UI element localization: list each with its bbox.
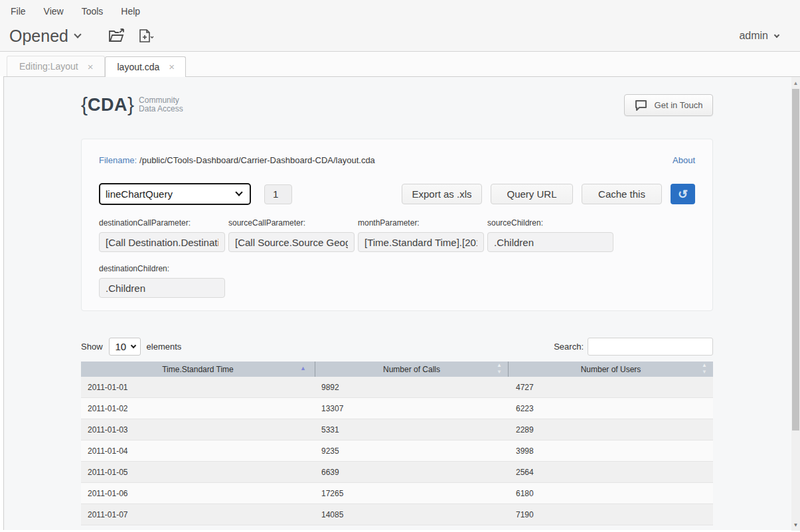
table-cell: 4727 (508, 377, 713, 397)
column-header-calls[interactable]: Number of Calls ▲ ▼ (315, 362, 508, 377)
user-menu[interactable]: admin (739, 30, 779, 42)
search-input[interactable] (588, 338, 713, 356)
table-row: 2011-01-06172656180 (81, 483, 713, 504)
table-row: 2011-01-07140857190 (81, 504, 713, 525)
table-cell: 2011-01-06 (81, 483, 315, 503)
scroll-up-arrow[interactable]: ▲ (791, 78, 800, 88)
table-cell: 6223 (508, 398, 713, 419)
menu-file[interactable]: File (11, 6, 26, 17)
query-url-button[interactable]: Query URL (491, 184, 573, 204)
column-header-time[interactable]: Time.Standard Time ▲ (81, 362, 315, 377)
table-cell: 2011-01-02 (81, 398, 315, 419)
chevron-down-icon (774, 32, 779, 37)
table-cell: 2011-01-05 (81, 462, 315, 482)
file-plus-icon (138, 29, 154, 43)
table-body: 2011-01-01989247272011-01-02133076223201… (81, 377, 713, 525)
get-in-touch-label: Get in Touch (655, 100, 703, 110)
table-row: 2011-01-0566392564 (81, 462, 713, 483)
param-label: destinationCallParameter: (99, 218, 225, 228)
table-row: 2011-01-0492353998 (81, 440, 713, 462)
table-header: Time.Standard Time ▲ Number of Calls ▲ ▼… (81, 362, 713, 377)
logo-subtitle: Community Data Access (139, 96, 183, 113)
table-cell: 7190 (508, 504, 713, 525)
chevron-down-icon (74, 31, 81, 38)
query-panel: Filename: /public/CTools-Dashboard/Carri… (81, 139, 713, 311)
table-row: 2011-01-02133076223 (81, 398, 713, 419)
column-header-users[interactable]: Number of Users ▲ ▼ (508, 362, 713, 377)
table-cell: 9235 (315, 440, 508, 461)
app-header: File View Tools Help Opened (0, 0, 800, 51)
cda-logo: { CDA } Community Data Access (81, 94, 183, 116)
elements-label: elements (147, 342, 182, 352)
search-label: Search: (554, 342, 584, 352)
new-file-button[interactable] (137, 28, 155, 44)
tab-editing-layout[interactable]: Editing:Layout × (7, 56, 105, 76)
scroll-down-arrow[interactable]: ▼ (791, 520, 800, 529)
cache-this-button[interactable]: Cache this (582, 184, 662, 204)
destination-call-parameter-input[interactable] (99, 232, 225, 252)
logo-brace: } (127, 94, 134, 116)
param-label: destinationChildren: (99, 264, 225, 273)
vertical-scrollbar[interactable]: ▲ ▼ (791, 77, 800, 531)
filename-label: Filename: (99, 155, 137, 165)
table-cell: 13307 (315, 398, 508, 419)
menu-tools[interactable]: Tools (82, 6, 104, 17)
table-cell: 2011-01-07 (81, 504, 315, 525)
tab-bar: Editing:Layout × layout.cda × (0, 51, 800, 76)
table-cell: 14085 (315, 504, 508, 525)
tab-label: Editing:Layout (19, 61, 78, 72)
tab-layout-cda[interactable]: layout.cda × (105, 56, 187, 77)
speech-bubble-icon (635, 100, 647, 111)
filename-value: /public/CTools-Dashboard/Carrier-Dashboa… (139, 155, 375, 165)
tab-label: layout.cda (118, 62, 160, 72)
source-children-input[interactable] (487, 232, 613, 252)
destination-children-input[interactable] (99, 278, 225, 298)
scrollbar-thumb[interactable] (792, 89, 799, 431)
month-parameter-input[interactable] (358, 232, 484, 252)
logo-brace: { (81, 94, 88, 116)
source-call-parameter-input[interactable] (228, 232, 355, 252)
param-label: sourceCallParameter: (228, 218, 355, 228)
refresh-button[interactable]: ↺ (671, 184, 695, 204)
sort-both-icon: ▲ ▼ (497, 362, 502, 375)
toolbar: Opened (0, 21, 800, 51)
chevron-down-icon (235, 188, 242, 196)
logo-text: CDA (88, 95, 127, 115)
sort-ascending-icon: ▲ (300, 365, 306, 371)
table-cell: 2011-01-04 (81, 440, 315, 461)
results-table: Time.Standard Time ▲ Number of Calls ▲ ▼… (81, 362, 713, 525)
show-label: Show (81, 342, 103, 352)
param-label: monthParameter: (358, 218, 484, 228)
query-select[interactable]: lineChartQuery (99, 183, 251, 205)
table-cell: 9892 (315, 377, 508, 397)
menu-view[interactable]: View (44, 6, 64, 17)
sort-both-icon: ▲ ▼ (702, 362, 707, 375)
table-row: 2011-01-0353312289 (81, 419, 713, 440)
export-xls-button[interactable]: Export as .xls (402, 184, 482, 204)
table-row: 2011-01-0198924727 (81, 377, 713, 398)
table-cell: 17265 (315, 483, 508, 503)
cda-previewer-page: { CDA } Community Data Access Get in Tou… (3, 76, 800, 530)
query-select-value: lineChartQuery (106, 188, 173, 200)
about-link[interactable]: About (673, 155, 695, 165)
folder-open-icon (108, 29, 125, 43)
refresh-icon: ↺ (678, 188, 688, 201)
table-cell: 2011-01-01 (81, 377, 315, 397)
opened-label: Opened (9, 27, 68, 46)
table-cell: 3998 (508, 440, 713, 461)
user-name: admin (739, 30, 768, 42)
page-size-value: 10 (116, 341, 127, 352)
menu-help[interactable]: Help (121, 6, 140, 17)
close-icon[interactable]: × (169, 62, 175, 72)
open-folder-button[interactable] (108, 28, 125, 44)
page-size-select[interactable]: 10 (109, 338, 141, 356)
table-cell: 2289 (508, 419, 713, 440)
get-in-touch-button[interactable]: Get in Touch (624, 94, 713, 116)
opened-dropdown[interactable]: Opened (9, 27, 80, 46)
page-number-input[interactable] (264, 184, 292, 204)
param-label: sourceChildren: (487, 218, 613, 228)
table-cell: 2011-01-03 (81, 419, 315, 440)
table-cell: 5331 (315, 419, 508, 440)
close-icon[interactable]: × (88, 62, 94, 72)
menu-bar: File View Tools Help (0, 0, 800, 21)
